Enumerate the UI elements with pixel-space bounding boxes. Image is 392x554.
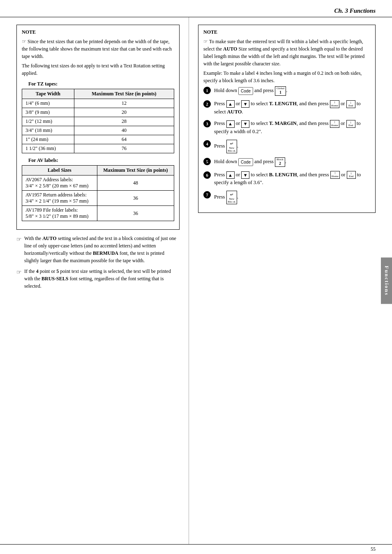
key-home-6: ↑ Home (330, 171, 340, 179)
page: Ch. 3 Functions NOTE ☞ Since the text si… (0, 0, 392, 554)
table-row: 1/4" (6 mm)12 (22, 99, 174, 108)
tape-size-cell: 28 (74, 117, 174, 126)
step-7: 7 Press ↵ NewBlo ck . (203, 191, 370, 204)
right-note-box: NOTE ☞ To make sure that the entered tex… (198, 25, 376, 213)
page-number: 55 (371, 546, 376, 552)
step-2-content: Press ▲ or ▼ to select T. LENGTH, and th… (214, 100, 370, 115)
av-size-cell: 36 (97, 206, 174, 221)
step-3: 3 Press ▲ or ▼ to select T. MARGIN, and … (203, 120, 370, 135)
step-5: 5 Hold down Code and press Block 2 . (203, 157, 370, 167)
note-intro2-para: The following text sizes do not apply to… (22, 62, 174, 77)
step-num-6: 6 (203, 171, 211, 179)
note-intro2-text: The following text sizes do not apply to… (22, 63, 165, 76)
step-4: 4 Press ↵ NewBlo ck . (203, 140, 370, 153)
label-size-cell: AV1789 File folder labels:5/8" × 3 1/2" … (22, 206, 97, 221)
step-2: 2 Press ▲ or ▼ to select T. LENGTH, and … (203, 100, 370, 115)
page-footer: 55 (0, 544, 392, 554)
left-note-title: NOTE (22, 29, 174, 35)
av-col2-header: Maximum Text Size (in points) (97, 166, 174, 175)
tape-size-cell: 40 (74, 126, 174, 135)
step-num-2: 2 (203, 100, 211, 108)
key-code-5: Code (238, 158, 253, 166)
bullet-note-2: ☞ If the 4 point or 5 point text size se… (16, 268, 180, 290)
step-num-5: 5 (203, 158, 211, 165)
step-num-7: 7 (203, 191, 211, 199)
right-note-intro: ☞ To make sure that the entered text wil… (203, 38, 370, 67)
key-home-3: ↑ Home (330, 120, 339, 128)
key-code-1: Code (238, 87, 253, 95)
table-row: 1" (24 mm)64 (22, 135, 174, 144)
right-column: NOTE ☞ To make sure that the entered tex… (189, 17, 392, 544)
step-5-content: Hold down Code and press Block 2 . (214, 157, 370, 167)
tape-size-cell: 20 (74, 108, 174, 117)
key-down-6: ▼ (241, 171, 249, 179)
tape-width-cell: 1/4" (6 mm) (22, 99, 74, 108)
step-6: 6 Press ▲ or ▼ to select B. LENGTH, and … (203, 171, 370, 187)
tz-table: Tape Width Maximum Text Size (in points)… (22, 89, 174, 153)
table-row: 3/4" (18 mm)40 (22, 126, 174, 135)
page-header: Ch. 3 Functions (0, 0, 392, 17)
tape-size-cell: 12 (74, 99, 174, 108)
tz-col1-header: Tape Width (22, 89, 74, 99)
tz-label: For TZ tapes: (28, 81, 174, 87)
bullet-icon-2: ☞ (16, 268, 22, 277)
av-size-cell: 36 (97, 191, 174, 206)
note-intro-para: ☞ Since the text sizes that can be print… (22, 38, 174, 60)
tape-width-cell: 1/2" (12 mm) (22, 117, 74, 126)
tape-size-cell: 76 (74, 144, 174, 153)
av-table: Label Sizes Maximum Text Size (in points… (22, 165, 174, 221)
right-example: Example: To make a label 4 inches long w… (203, 69, 370, 84)
table-row: AV2067 Address labels:3/4" × 2 5/8" (20 … (22, 175, 174, 191)
content-area: NOTE ☞ Since the text sizes that can be … (0, 17, 392, 544)
key-down-3: ▼ (241, 120, 249, 128)
step-4-content: Press ↵ NewBlo ck . (214, 140, 370, 153)
key-up-2: ▲ (226, 100, 235, 108)
table-row: 3/8" (9 mm)20 (22, 108, 174, 117)
bullet1-text: With the AUTO setting selected and the t… (24, 235, 180, 264)
key-down-2: ▼ (241, 100, 249, 108)
key-home-2: ↑ Home (330, 100, 339, 108)
step-3-content: Press ▲ or ▼ to select T. MARGIN, and th… (214, 120, 370, 135)
key-enter-4: ↵ NewBlo ck (226, 140, 237, 153)
step-6-content: Press ▲ or ▼ to select B. LENGTH, and th… (214, 171, 370, 187)
right-note-title: NOTE (203, 29, 370, 35)
av-col1-header: Label Sizes (22, 166, 97, 175)
av-size-cell: 48 (97, 175, 174, 191)
table-row: AV1957 Return address labels:3/4" × 2 1/… (22, 191, 174, 206)
right-note-text: ☞ To make sure that the entered text wil… (203, 38, 370, 84)
key-end-6: ↓ End (347, 171, 356, 179)
label-size-cell: AV1957 Return address labels:3/4" × 2 1/… (22, 191, 97, 206)
key-enter-7: ↵ NewBlo ck (226, 191, 237, 204)
tape-size-cell: 64 (74, 135, 174, 144)
tape-width-cell: 1 1/2" (36 mm) (22, 144, 74, 153)
step-1-content: Hold down Code and press Global 1 . (214, 86, 370, 96)
step-num-1: 1 (203, 87, 211, 94)
functions-tab: Functions (381, 258, 392, 304)
key-end-2: ↓ End (346, 100, 355, 108)
page-title: Ch. 3 Functions (334, 7, 376, 14)
key-up-6: ▲ (226, 171, 235, 179)
left-note-box: NOTE ☞ Since the text sizes that can be … (16, 25, 180, 230)
key-block-5: Block 2 (275, 157, 285, 167)
step-1: 1 Hold down Code and press Global 1 . (203, 86, 370, 96)
bullet-note-1: ☞ With the AUTO setting selected and the… (16, 235, 180, 264)
label-size-cell: AV2067 Address labels:3/4" × 2 5/8" (20 … (22, 175, 97, 191)
left-column: NOTE ☞ Since the text sizes that can be … (0, 17, 189, 544)
key-global-1: Global 1 (275, 86, 286, 96)
step-7-content: Press ↵ NewBlo ck . (214, 191, 370, 204)
tape-width-cell: 1" (24 mm) (22, 135, 74, 144)
table-row: 1/2" (12 mm)28 (22, 117, 174, 126)
key-up-3: ▲ (226, 120, 235, 128)
step-num-3: 3 (203, 120, 211, 127)
table-row: 1 1/2" (36 mm)76 (22, 144, 174, 153)
bullet-icon-1: ☞ (16, 235, 22, 244)
tz-col2-header: Maximum Text Size (in points) (74, 89, 174, 99)
tape-width-cell: 3/4" (18 mm) (22, 126, 74, 135)
note-intro-text: Since the text sizes that can be printed… (22, 39, 172, 59)
key-end-3: ↓ End (346, 120, 355, 128)
table-row: AV1789 File folder labels:5/8" × 3 1/2" … (22, 206, 174, 221)
bullet2-text: If the 4 point or 5 point text size sett… (24, 268, 180, 290)
av-label: For AV labels: (28, 157, 174, 164)
left-note-text: ☞ Since the text sizes that can be print… (22, 38, 174, 77)
step-list: 1 Hold down Code and press Global 1 . (203, 86, 370, 204)
